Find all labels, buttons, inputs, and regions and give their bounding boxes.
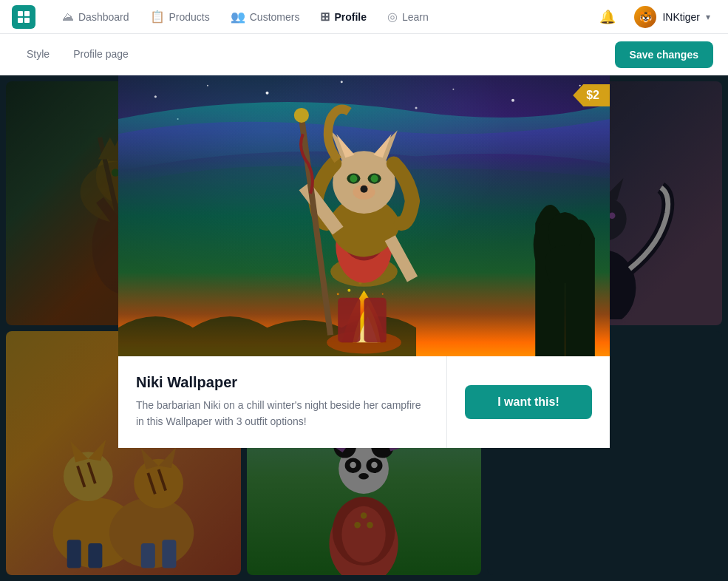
customers-icon: 👥 (231, 10, 245, 24)
toolbar: Style Profile page Save changes (0, 34, 728, 75)
svg-point-82 (350, 175, 357, 183)
profile-icon: ⊞ (320, 10, 330, 24)
svg-point-62 (579, 85, 581, 86)
want-this-button[interactable]: I want this! (465, 385, 592, 419)
logo[interactable] (12, 5, 35, 29)
navbar-right: 🔔 🐯 INKtiger ▾ (596, 3, 716, 31)
dashboard-icon: ⛰ (62, 10, 74, 24)
notifications-icon[interactable]: 🔔 (596, 5, 619, 29)
modal-text: Niki Wallpaper The barbarian Niki on a c… (118, 356, 447, 448)
svg-point-70 (337, 293, 339, 295)
svg-point-86 (360, 186, 367, 193)
svg-rect-0 (18, 11, 23, 16)
svg-point-60 (452, 89, 454, 90)
svg-point-58 (266, 92, 269, 95)
avatar: 🐯 (634, 6, 656, 28)
modal-title: Niki Wallpaper (136, 374, 429, 391)
save-changes-button[interactable]: Save changes (615, 41, 713, 68)
svg-point-61 (511, 99, 514, 102)
svg-rect-71 (338, 298, 360, 342)
svg-point-57 (207, 85, 208, 86)
tab-profile-page[interactable]: Profile page (61, 42, 140, 67)
svg-rect-72 (364, 298, 387, 342)
user-name: INKtiger (662, 11, 700, 23)
svg-rect-2 (18, 18, 23, 23)
product-modal: $2 Niki Wallpaper The barbarian Niki on … (118, 75, 610, 448)
svg-point-56 (154, 95, 157, 98)
svg-rect-1 (24, 11, 30, 16)
svg-point-59 (341, 81, 343, 83)
svg-point-69 (382, 293, 384, 295)
navbar: ⛰ Dashboard 📋 Products 👥 Customers ⊞ Pro… (0, 0, 728, 34)
nav-item-dashboard[interactable]: ⛰ Dashboard (53, 6, 138, 28)
modal-action: I want this! (447, 356, 610, 448)
modal-artwork: $2 (118, 75, 610, 356)
modal-description: The barbarian Niki on a chill winter's n… (136, 397, 429, 430)
modal-info: Niki Wallpaper The barbarian Niki on a c… (118, 356, 610, 448)
svg-point-66 (347, 289, 350, 292)
svg-point-89 (294, 108, 309, 123)
svg-point-84 (371, 175, 378, 183)
tab-style[interactable]: Style (15, 42, 61, 67)
modal-overlay[interactable]: $2 Niki Wallpaper The barbarian Niki on … (0, 75, 728, 581)
svg-point-76 (333, 151, 395, 214)
nav-item-profile[interactable]: ⊞ Profile (311, 5, 375, 28)
user-menu[interactable]: 🐯 INKtiger ▾ (628, 3, 716, 31)
nav-item-products[interactable]: 📋 Products (141, 5, 219, 28)
svg-rect-3 (24, 18, 30, 23)
products-icon: 📋 (150, 10, 165, 24)
nav-item-learn[interactable]: ◎ Learn (378, 5, 438, 28)
svg-point-64 (415, 106, 418, 109)
learn-icon: ◎ (387, 10, 398, 24)
nav-links: ⛰ Dashboard 📋 Products 👥 Customers ⊞ Pro… (53, 5, 596, 28)
nav-item-customers[interactable]: 👥 Customers (222, 5, 309, 28)
main-content: $2 (0, 75, 728, 581)
chevron-down-icon: ▾ (706, 12, 710, 22)
